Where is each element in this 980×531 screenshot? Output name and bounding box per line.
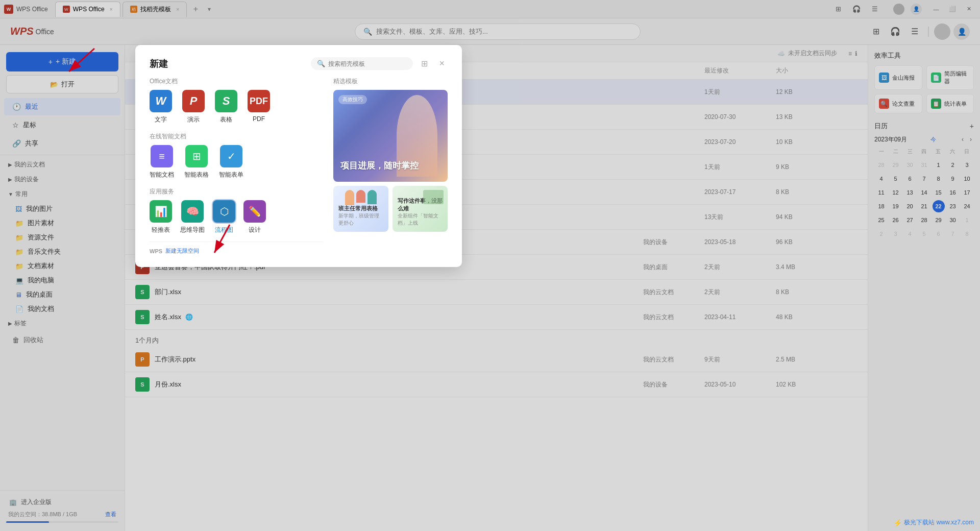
- small-templates-row: 班主任常用表格 新学期，班级管理更舒心 写作这件事，没那么难 全新组件「智能文档…: [333, 186, 448, 232]
- template1-title: 班主任常用表格: [338, 205, 383, 212]
- qingtuibiao-label: 轻推表: [152, 226, 170, 234]
- new-document-modal: 新建 🔍 ⊞ × Office文档 W 文字: [135, 45, 462, 267]
- figure2: [356, 190, 365, 203]
- app-flowchart[interactable]: ⬡ 流程图: [213, 200, 235, 234]
- smart-table-label: 智能表格: [184, 171, 209, 179]
- app-services-row: 📊 轻推表 🧠 思维导图 ⬡ 流程图 ✏️ 设计: [150, 200, 323, 234]
- footer-wps: WPS: [150, 248, 162, 254]
- word-label: 文字: [155, 115, 167, 124]
- office-docs-heading: Office文档: [150, 77, 323, 86]
- modal-footer: WPS 新建无限空间: [150, 242, 323, 255]
- smart-table-icon: ⊞: [185, 145, 208, 167]
- modal-left: Office文档 W 文字 P 演示 S 表格 PDF: [150, 77, 323, 255]
- smart-form-label: 智能表单: [219, 171, 243, 179]
- laptop-decoration: [423, 190, 444, 204]
- template-search-input[interactable]: [328, 60, 407, 67]
- excel-icon: S: [215, 90, 237, 112]
- flowchart-icon: ⬡: [213, 200, 235, 223]
- modal-header: 新建 🔍 ⊞ ×: [150, 57, 448, 70]
- modal-title: 新建: [150, 58, 168, 70]
- figure1: [345, 190, 354, 205]
- doc-type-word[interactable]: W 文字: [150, 90, 172, 124]
- office-doc-types: W 文字 P 演示 S 表格 PDF PDF: [150, 90, 323, 124]
- template2-desc: 全新组件「智能文档」上线: [398, 212, 443, 227]
- modal-grid-view-btn[interactable]: ⊞: [418, 58, 431, 69]
- featured-templates-heading: 精选模板: [333, 77, 448, 86]
- featured-template-main[interactable]: 高效技巧 项目进展，随时掌控: [333, 90, 448, 182]
- online-type-doc[interactable]: ≡ 智能文档: [150, 145, 174, 179]
- excel-label: 表格: [220, 115, 232, 124]
- template1-decoration: [333, 190, 388, 205]
- small-template-1[interactable]: 班主任常用表格 新学期，班级管理更舒心: [333, 186, 388, 232]
- small-template-2[interactable]: 写作这件事，没那么难 全新组件「智能文档」上线: [393, 186, 448, 232]
- qingtuibiao-icon: 📊: [150, 200, 172, 223]
- pdf-label: PDF: [253, 115, 265, 123]
- watermark-icon: ⚡: [893, 519, 902, 527]
- word-icon: W: [150, 90, 172, 112]
- doc-type-ppt[interactable]: P 演示: [182, 90, 205, 124]
- mindmap-label: 思维导图: [180, 226, 205, 234]
- ppt-icon: P: [182, 90, 205, 112]
- modal-close-button[interactable]: ×: [436, 57, 448, 70]
- app-services-heading: 应用服务: [150, 187, 323, 196]
- app-design[interactable]: ✏️ 设计: [243, 200, 266, 234]
- ppt-label: 演示: [187, 115, 200, 124]
- modal-header-right: 🔍 ⊞ ×: [311, 57, 448, 70]
- online-type-table[interactable]: ⊞ 智能表格: [184, 145, 209, 179]
- templates-section: 精选模板 高效技巧 项目进展，随时掌控: [333, 77, 448, 255]
- app-qingtuibiao[interactable]: 📊 轻推表: [150, 200, 172, 234]
- watermark-text: 极光下载站 www.xz7.com: [904, 518, 974, 527]
- flowchart-label: 流程图: [215, 226, 233, 234]
- smart-doc-icon: ≡: [151, 145, 173, 167]
- modal-body: Office文档 W 文字 P 演示 S 表格 PDF: [150, 77, 448, 255]
- watermark: ⚡ 极光下载站 www.xz7.com: [893, 518, 974, 527]
- template1-desc: 新学期，班级管理更舒心: [338, 212, 383, 227]
- figure3: [368, 190, 377, 204]
- online-docs-heading: 在线智能文档: [150, 132, 323, 141]
- template-search-bar[interactable]: 🔍: [311, 57, 413, 70]
- doc-type-pdf[interactable]: PDF PDF: [248, 90, 270, 124]
- template-search-icon: 🔍: [317, 60, 325, 67]
- modal-overlay[interactable]: 新建 🔍 ⊞ × Office文档 W 文字: [0, 0, 980, 531]
- smart-doc-label: 智能文档: [150, 171, 174, 179]
- design-label: 设计: [249, 226, 261, 234]
- template-badge: 高效技巧: [338, 95, 367, 104]
- mindmap-icon: 🧠: [181, 200, 204, 223]
- design-icon: ✏️: [243, 200, 266, 223]
- smart-form-icon: ✓: [220, 145, 242, 167]
- doc-type-excel[interactable]: S 表格: [215, 90, 237, 124]
- footer-link[interactable]: 新建无限空间: [165, 247, 199, 255]
- online-doc-types: ≡ 智能文档 ⊞ 智能表格 ✓ 智能表单: [150, 145, 323, 179]
- online-type-form[interactable]: ✓ 智能表单: [219, 145, 243, 179]
- pdf-icon: PDF: [248, 90, 270, 112]
- app-mindmap[interactable]: 🧠 思维导图: [180, 200, 205, 234]
- template-main-title: 项目进展，随时掌控: [340, 160, 419, 172]
